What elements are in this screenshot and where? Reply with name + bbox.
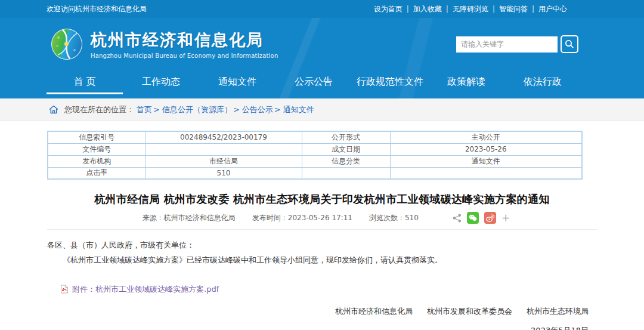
hit-rate-value: 510: [145, 167, 302, 179]
site-name-english: Hangzhou Municipal Bureau of Economy and…: [91, 53, 278, 59]
breadcrumb: 您现在所在的位置： 首页> 信息公开（资源库）> 公告公示> 通知文件: [0, 98, 644, 121]
breadcrumb-link-home[interactable]: 首页: [137, 104, 152, 115]
nav-label: 工作动态: [142, 76, 180, 87]
article-meta: 来源：杭州市经济和信息化局 发布时间：2023-05-26 17:11 浏览次数…: [47, 212, 597, 230]
nav-item-policy-interpretation[interactable]: 政策解读: [428, 70, 504, 98]
home-icon: [49, 105, 58, 114]
add-favorite-link[interactable]: 加入收藏: [409, 4, 446, 14]
nav-item-work-news[interactable]: 工作动态: [123, 70, 199, 98]
attachment-link[interactable]: 附件：杭州市工业领域碳达峰实施方案.pdf: [60, 284, 219, 295]
set-homepage-link[interactable]: 设为首页: [370, 4, 407, 14]
salutation-paragraph: 各区、县（市）人民政府，市级有关单位：: [47, 238, 597, 252]
top-utility-bar: 欢迎访问杭州市经济和信息化局 设为首页 | 加入收藏 | 无障碍浏览 | 智能问…: [0, 0, 644, 18]
bureau-logo-icon: [51, 28, 83, 60]
nav-label: 政策解读: [447, 76, 485, 87]
nav-label: 公示公告: [295, 76, 333, 87]
nav-label: 通知文件: [218, 76, 256, 87]
breadcrumb-separator: >: [153, 105, 160, 114]
share-bar: +: [447, 212, 510, 224]
body-paragraph: 《杭州市工业领域碳达峰实施方案》已经市碳达峰碳中和工作领导小组同意，现印发给你们…: [47, 252, 597, 267]
attachment-filename: 附件：杭州市工业领域碳达峰实施方案.pdf: [72, 284, 219, 295]
written-date-label: 成文日期: [302, 143, 390, 155]
doc-number-value: [145, 143, 302, 155]
site-banner: 杭州市经济和信息化局 Hangzhou Municipal Bureau of …: [0, 18, 644, 98]
nav-item-public-announcements[interactable]: 公示公告: [275, 70, 352, 98]
nav-item-home[interactable]: 首 页: [47, 70, 123, 98]
smart-qa-link[interactable]: 智能问答: [495, 4, 532, 14]
doc-number-label: 文件编号: [48, 143, 145, 155]
breadcrumb-link-info-disclosure[interactable]: 信息公开（资源库）: [162, 104, 232, 115]
nav-item-law-based-admin[interactable]: 依法行政: [504, 70, 581, 98]
site-header: 杭州市经济和信息化局 Hangzhou Municipal Bureau of …: [0, 18, 644, 70]
site-search: [456, 35, 578, 53]
article-publish-time: 发布时间：2023-05-26 17:11: [252, 213, 352, 223]
document-info-table: 信息索引号 002489452/2023-00179 公开形式 主动公开 文件编…: [47, 131, 583, 180]
written-date-value: 2023-05-26: [390, 143, 582, 155]
signature-date: 2023年5月18日: [47, 325, 597, 330]
more-share-plus-icon[interactable]: +: [501, 213, 510, 223]
breadcrumb-separator: >: [233, 105, 240, 114]
hit-rate-label: 点击率: [48, 167, 145, 179]
wechat-share-icon[interactable]: [467, 212, 479, 224]
issuing-agency-value: 市经信局: [145, 155, 302, 167]
info-index-label: 信息索引号: [48, 131, 145, 143]
disclosure-form-label: 公开形式: [302, 131, 390, 143]
nav-item-regulatory-documents[interactable]: 行政规范性文件: [352, 70, 428, 98]
article-source: 来源：杭州市经济和信息化局: [143, 213, 236, 223]
agency-name: 杭州市生态环境局: [527, 306, 589, 317]
main-nav: 首 页 工作动态 通知文件 公示公告 行政规范性文件 政策解读 依法行政: [47, 70, 581, 98]
nav-label: 行政规范性文件: [357, 76, 423, 87]
share-icon[interactable]: [453, 214, 462, 223]
article-title: 杭州市经信局 杭州市发改委 杭州市生态环境局关于印发杭州市工业领域碳达峰实施方案…: [47, 192, 597, 206]
breadcrumb-separator: >: [274, 105, 281, 114]
nav-item-notice-documents[interactable]: 通知文件: [199, 70, 275, 98]
breadcrumb-link-announcements[interactable]: 公告公示: [242, 104, 273, 115]
table-row: 点击率 510: [48, 167, 582, 179]
table-row: 发布机构 市经信局 信息分类 通知文件: [48, 155, 582, 167]
article-view-count: 浏览次数：510: [369, 213, 419, 223]
search-input[interactable]: [456, 36, 558, 53]
table-row: 文件编号 成文日期 2023-05-26: [48, 143, 582, 155]
weibo-share-icon[interactable]: [484, 212, 496, 224]
search-icon: [565, 39, 574, 49]
site-name: 杭州市经济和信息化局: [91, 29, 278, 51]
info-category-label: 信息分类: [302, 155, 390, 167]
info-index-value: 002489452/2023-00179: [145, 131, 302, 143]
info-category-value: 通知文件: [390, 155, 582, 167]
search-button[interactable]: [561, 35, 578, 53]
signature-agencies: 杭州市经济和信息化局 杭州市发展和改革委员会 杭州市生态环境局: [47, 306, 597, 317]
disclosure-form-value: 主动公开: [390, 131, 582, 143]
topbar-links: 设为首页 | 加入收藏 | 无障碍浏览 | 智能问答 | 用户中心: [370, 4, 571, 14]
main-content: 信息索引号 002489452/2023-00179 公开形式 主动公开 文件编…: [47, 121, 597, 330]
breadcrumb-link-notices[interactable]: 通知文件: [283, 104, 314, 115]
site-title: 杭州市经济和信息化局 Hangzhou Municipal Bureau of …: [91, 29, 278, 59]
nav-label: 首 页: [73, 76, 95, 87]
table-row: 信息索引号 002489452/2023-00179 公开形式 主动公开: [48, 131, 582, 143]
agency-name: 杭州市发展和改革委员会: [427, 306, 512, 317]
breadcrumb-prefix: 您现在所在的位置：: [64, 104, 134, 115]
user-center-link[interactable]: 用户中心: [534, 4, 571, 14]
agency-name: 杭州市经济和信息化局: [335, 306, 413, 317]
pdf-icon: [60, 285, 69, 294]
issuing-agency-label: 发布机构: [48, 155, 145, 167]
empty-cell: [390, 167, 582, 179]
article-body: 各区、县（市）人民政府，市级有关单位： 《杭州市工业领域碳达峰实施方案》已经市碳…: [47, 238, 597, 268]
accessibility-link[interactable]: 无障碍浏览: [448, 4, 493, 14]
welcome-text: 欢迎访问杭州市经济和信息化局: [47, 4, 147, 14]
nav-label: 依法行政: [524, 76, 562, 87]
empty-cell: [302, 167, 390, 179]
